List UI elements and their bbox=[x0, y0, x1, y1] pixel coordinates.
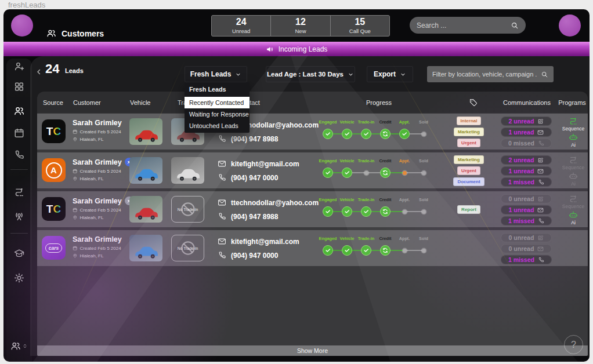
help-button[interactable]: ? bbox=[564, 335, 583, 354]
sequence-program[interactable]: Sequence bbox=[562, 117, 584, 132]
search-input[interactable] bbox=[417, 21, 507, 30]
stat-value: 15 bbox=[355, 17, 365, 27]
pill-label: 1 missed bbox=[508, 256, 534, 263]
menu-item-fresh-leads[interactable]: Fresh Leads bbox=[185, 83, 250, 97]
contact-cell: ttechnodollar@yahoo.com (904) 947 8988 bbox=[218, 197, 319, 222]
unread-notes-pill[interactable]: 2 unread bbox=[501, 117, 552, 126]
no-trade-label: No Trade-in bbox=[178, 246, 198, 250]
calendar-nav-icon[interactable] bbox=[14, 128, 25, 139]
broadcast-icon[interactable] bbox=[14, 211, 25, 222]
programs-cell: Sequence Ai bbox=[557, 154, 588, 188]
customer-name[interactable]: Sarah Grimley bbox=[73, 197, 122, 205]
missed-calls-pill[interactable]: 1 missed bbox=[501, 255, 552, 264]
unread-mail-pill[interactable]: 1 unread bbox=[501, 205, 552, 214]
sequence-icon bbox=[569, 117, 578, 126]
unread-mail-pill[interactable]: 0 unread bbox=[501, 244, 552, 253]
edit-icon bbox=[537, 157, 544, 163]
location: Hialeah, FL bbox=[80, 137, 104, 142]
lead-row[interactable]: A Sarah Grimley Created Feb 5 2024 Hiale… bbox=[37, 152, 588, 188]
pill-label: 0 missed bbox=[508, 140, 534, 147]
top-bar: Customers 24 Unread 12 New 15 Call Que bbox=[3, 9, 590, 42]
unread-mail-pill[interactable]: 1 unread bbox=[501, 128, 552, 137]
email[interactable]: ttechnodollar@yahoo.com bbox=[231, 199, 319, 207]
phone[interactable]: (904) 947 8988 bbox=[231, 135, 278, 143]
vehicle-photo[interactable] bbox=[129, 196, 162, 223]
sequence-program[interactable]: Sequence bbox=[562, 194, 584, 209]
stat-call-que[interactable]: 15 Call Que bbox=[330, 16, 389, 36]
ai-program[interactable]: Ai bbox=[569, 210, 578, 225]
settings-icon[interactable] bbox=[14, 272, 25, 283]
unread-notes-pill[interactable]: 0 unread bbox=[501, 233, 552, 242]
export-button[interactable]: Export bbox=[367, 66, 413, 82]
progress-step bbox=[342, 168, 352, 178]
sequences-icon[interactable] bbox=[14, 187, 25, 198]
menu-item-waiting-for-response[interactable]: Waiting for Response bbox=[185, 108, 250, 120]
ai-program[interactable]: Ai bbox=[569, 172, 578, 187]
incoming-leads-banner[interactable]: Incoming Leads bbox=[3, 42, 590, 56]
dealer-avatar[interactable] bbox=[11, 14, 33, 37]
lead-row[interactable]: TC Sarah Grimley Created Feb 5 2024 Hial… bbox=[37, 114, 588, 150]
phone[interactable]: (904) 947 0000 bbox=[231, 174, 278, 182]
tag-badge: Marketing bbox=[454, 155, 484, 164]
sidebar-item-customers[interactable] bbox=[14, 105, 25, 117]
unread-notes-pill[interactable]: 0 unread bbox=[501, 194, 552, 203]
email[interactable]: kitefight@gmail.com bbox=[231, 160, 299, 168]
filter-input[interactable] bbox=[432, 71, 537, 78]
vehicle-photo[interactable] bbox=[129, 157, 162, 184]
stat-unread[interactable]: 24 Unread bbox=[212, 16, 270, 36]
pill-label: 1 missed bbox=[508, 217, 534, 224]
lead-filter-dropdown[interactable]: Fresh Leads bbox=[185, 66, 247, 82]
customer-cell: Sarah Grimley Created Feb 5 2024 Hialeah… bbox=[73, 158, 128, 181]
sequence-program[interactable]: Sequence bbox=[562, 155, 584, 170]
lead-age-dropdown[interactable]: Lead Age : Last 30 Days bbox=[266, 66, 355, 82]
window-title: freshLeads bbox=[8, 1, 45, 9]
missed-calls-pill[interactable]: 1 missed bbox=[501, 216, 552, 225]
stat-new[interactable]: 12 New bbox=[270, 16, 330, 36]
progress-step bbox=[342, 129, 352, 139]
program-label: Sequence bbox=[562, 126, 584, 132]
missed-calls-pill[interactable]: 1 missed bbox=[501, 177, 552, 187]
program-label: Ai bbox=[571, 142, 576, 148]
dashboard-icon[interactable] bbox=[14, 81, 25, 92]
account-switcher[interactable] bbox=[10, 341, 28, 351]
user-avatar[interactable] bbox=[559, 14, 581, 37]
email[interactable]: kitefight@gmail.com bbox=[231, 238, 299, 246]
phone[interactable]: (904) 947 0000 bbox=[231, 252, 278, 260]
customer-name[interactable]: Sarah Grimley bbox=[73, 235, 122, 243]
education-icon[interactable] bbox=[14, 248, 25, 259]
communications-cell: 2 unread 1 unread 0 missed bbox=[501, 117, 552, 150]
back-chevron-icon[interactable] bbox=[35, 68, 43, 76]
lead-row[interactable]: TC Sarah Grimley Created Feb 5 2024 Hial… bbox=[37, 191, 588, 227]
progress-label: Credit bbox=[375, 236, 396, 241]
tag-badge: Document bbox=[453, 177, 484, 186]
sidebar-divider bbox=[10, 233, 28, 234]
vehicle-photo[interactable] bbox=[129, 235, 162, 261]
ai-program[interactable]: Ai bbox=[569, 133, 578, 148]
vehicle-photo[interactable] bbox=[129, 118, 162, 145]
lead-row[interactable]: cars Sarah Grimley Created Feb 5 2024 Hi… bbox=[37, 230, 588, 266]
add-contact-icon[interactable] bbox=[14, 61, 25, 72]
leads-count-label: Leads bbox=[65, 67, 84, 74]
leads-table: Source Customer Vehicle Trade-In Contact… bbox=[37, 92, 588, 356]
phone[interactable]: (904) 947 8988 bbox=[231, 213, 278, 221]
tag-badge: Urgent bbox=[457, 139, 480, 147]
customer-name[interactable]: Sarah Grimley bbox=[73, 158, 122, 166]
menu-item-untouched-leads[interactable]: Untouched Leads bbox=[185, 120, 250, 132]
progress-label: Credit bbox=[375, 119, 396, 125]
progress-step bbox=[361, 168, 371, 178]
unread-notes-pill[interactable]: 2 unread bbox=[501, 155, 552, 165]
customer-cell: Sarah Grimley Created Feb 5 2024 Hialeah… bbox=[73, 119, 128, 142]
customer-name[interactable]: Sarah Grimley bbox=[73, 119, 122, 127]
calls-icon[interactable] bbox=[14, 150, 25, 161]
pill-label: 1 unread bbox=[509, 206, 534, 213]
contact-cell: kitefight@gmail.com (904) 947 0000 bbox=[218, 158, 299, 183]
nav-customers[interactable]: Customers bbox=[46, 28, 104, 38]
phone-icon bbox=[538, 179, 544, 185]
menu-item-recently-contacted[interactable]: Recently Contacted bbox=[185, 97, 250, 108]
missed-calls-pill[interactable]: 0 missed bbox=[501, 139, 552, 148]
tags-cell bbox=[450, 230, 487, 266]
trade-in-photo[interactable] bbox=[171, 157, 204, 184]
unread-mail-pill[interactable]: 1 unread bbox=[501, 166, 552, 176]
show-more-button[interactable]: Show More bbox=[37, 345, 588, 356]
stat-label: New bbox=[295, 28, 306, 34]
